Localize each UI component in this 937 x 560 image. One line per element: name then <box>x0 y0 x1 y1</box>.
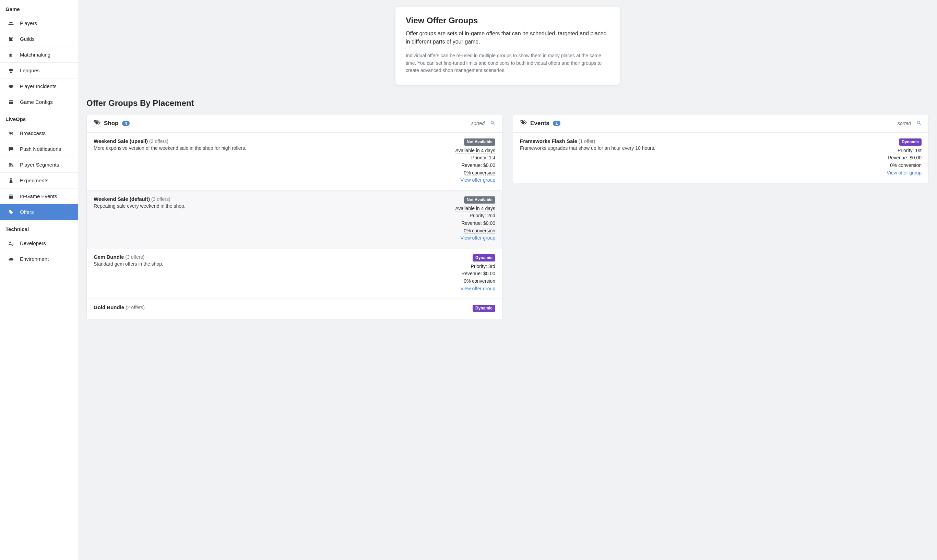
offer-count: (2 offers) <box>126 305 145 310</box>
sidebar-item-broadcasts[interactable]: Broadcasts <box>0 125 78 141</box>
user-cog-icon <box>8 241 14 246</box>
offer-stat: Available in 4 days <box>455 148 495 154</box>
offer-desc: Frameworks upgrades that show up for an … <box>520 145 880 152</box>
offer-stat: Priority: 1st <box>898 148 922 153</box>
placement-card-shop: Shop4sortedWeekend Sale (upsell)(2 offer… <box>86 114 502 320</box>
view-offer-group-link[interactable]: View offer group <box>461 286 495 291</box>
sidebar-item-game-configs[interactable]: Game Configs <box>0 94 78 110</box>
offer-right: DynamicPriority: 1stRevenue: $0.000% con… <box>887 138 922 177</box>
flask-icon <box>8 178 14 183</box>
sorted-label: sorted <box>471 121 485 126</box>
sidebar-item-label: Game Configs <box>20 99 53 105</box>
offer-right: Dynamic <box>473 304 495 313</box>
offer-name: Weekend Sale (default) <box>94 196 150 202</box>
sidebar-item-label: Developers <box>20 240 46 246</box>
view-offer-group-link[interactable]: View offer group <box>461 235 495 241</box>
sidebar-item-leagues[interactable]: Leagues <box>0 63 78 78</box>
offer-name: Weekend Sale (upsell) <box>94 138 148 144</box>
offer-stat: Available in 4 days <box>455 206 495 211</box>
sidebar-item-label: Player Segments <box>20 162 59 168</box>
sidebar-item-environment[interactable]: Environment <box>0 251 78 267</box>
trophy-icon <box>8 68 14 73</box>
comment-icon <box>8 146 14 152</box>
chess-rook-icon <box>8 36 14 42</box>
placement-count-badge: 4 <box>122 121 130 126</box>
bug-icon <box>8 84 14 89</box>
sidebar-item-label: Experiments <box>20 177 48 183</box>
chess-board-icon <box>8 52 14 58</box>
nav-section-header: Game <box>0 0 78 15</box>
cloud-icon <box>8 256 14 262</box>
sidebar-item-label: Player Incidents <box>20 83 57 89</box>
sidebar-item-label: Matchmaking <box>20 52 51 58</box>
offer-name: Frameworks Flash Sale <box>520 138 577 144</box>
offer-stat: 0% conversion <box>464 170 495 176</box>
offer-left: Frameworks Flash Sale(1 offer)Frameworks… <box>520 138 880 177</box>
offer-name: Gem Bundle <box>94 254 124 260</box>
main-content: View Offer Groups Offer groups are sets … <box>78 0 937 560</box>
search-icon[interactable] <box>916 120 922 127</box>
svg-point-0 <box>491 121 494 124</box>
nav-section-header: Technical <box>0 220 78 235</box>
users-icon <box>8 20 14 26</box>
sidebar-item-players[interactable]: Players <box>0 15 78 31</box>
offer-stat: 0% conversion <box>890 162 922 168</box>
sidebar-item-player-incidents[interactable]: Player Incidents <box>0 78 78 94</box>
offer-stat: Priority: 3rd <box>470 263 495 269</box>
view-offer-group-link[interactable]: View offer group <box>461 177 495 183</box>
svg-point-1 <box>917 121 920 124</box>
sidebar-item-label: Guilds <box>20 36 35 42</box>
sidebar-item-label: Broadcasts <box>20 130 46 136</box>
status-badge: Not Available <box>464 196 495 203</box>
section-title: Offer Groups By Placement <box>86 98 929 108</box>
offer-count: (3 offers) <box>151 196 171 202</box>
offer-left: Weekend Sale (upsell)(2 offers)More expe… <box>94 138 448 184</box>
offer-right: DynamicPriority: 3rdRevenue: $0.000% con… <box>461 254 495 292</box>
offer-row[interactable]: Gold Bundle(2 offers)Dynamic <box>87 299 502 320</box>
offer-row[interactable]: Weekend Sale (default)(3 offers)Repeatin… <box>87 191 502 248</box>
search-icon[interactable] <box>490 120 495 127</box>
offer-row[interactable]: Frameworks Flash Sale(1 offer)Frameworks… <box>513 132 928 183</box>
offer-stat: Priority: 2nd <box>470 213 495 218</box>
intro-sub: Individual offers can be re-used in mult… <box>406 52 609 74</box>
calendar-icon <box>8 194 14 199</box>
offer-desc: More expensive version of the weekend sa… <box>94 145 448 152</box>
tags-icon <box>520 119 527 128</box>
sidebar-item-offers[interactable]: Offers <box>0 204 78 220</box>
offer-stat: Revenue: $0.00 <box>461 162 495 168</box>
sidebar-item-in-game-events[interactable]: In-Game Events <box>0 189 78 204</box>
status-badge: Dynamic <box>473 305 495 312</box>
view-offer-group-link[interactable]: View offer group <box>887 170 922 175</box>
offer-desc: Standard gem offers in the shop. <box>94 261 454 268</box>
sidebar-item-player-segments[interactable]: Player Segments <box>0 157 78 173</box>
offer-stat: Priority: 1st <box>471 155 495 160</box>
sidebar: GamePlayersGuildsMatchmakingLeaguesPlaye… <box>0 0 78 560</box>
placement-header: Shop4sorted <box>87 114 502 132</box>
status-badge: Dynamic <box>899 138 922 146</box>
offer-stat: 0% conversion <box>464 228 495 234</box>
offer-row[interactable]: Gem Bundle(3 offers)Standard gem offers … <box>87 248 502 299</box>
sidebar-item-matchmaking[interactable]: Matchmaking <box>0 47 78 63</box>
user-friends-icon <box>8 162 14 168</box>
placements-row: Shop4sortedWeekend Sale (upsell)(2 offer… <box>86 114 929 320</box>
offer-row[interactable]: Weekend Sale (upsell)(2 offers)More expe… <box>87 132 502 191</box>
tag-icon <box>8 209 14 215</box>
sidebar-item-label: Push Notifications <box>20 146 61 152</box>
sidebar-item-push-notifications[interactable]: Push Notifications <box>0 141 78 157</box>
sidebar-item-guilds[interactable]: Guilds <box>0 31 78 47</box>
sidebar-item-developers[interactable]: Developers <box>0 235 78 251</box>
sidebar-item-experiments[interactable]: Experiments <box>0 173 78 189</box>
offer-count: (2 offers) <box>149 138 168 144</box>
offer-name: Gold Bundle <box>94 304 124 310</box>
status-badge: Dynamic <box>473 254 495 262</box>
sidebar-item-label: Leagues <box>20 68 40 73</box>
table-icon <box>8 99 14 105</box>
sorted-label: sorted <box>898 121 911 126</box>
placement-title: Events <box>530 120 549 127</box>
offer-stat: Revenue: $0.00 <box>461 271 495 276</box>
offer-stat: 0% conversion <box>464 278 495 284</box>
sidebar-item-label: Environment <box>20 256 49 262</box>
offer-left: Gold Bundle(2 offers) <box>94 304 466 313</box>
sidebar-item-label: Players <box>20 20 37 26</box>
offer-stat: Revenue: $0.00 <box>888 155 922 160</box>
